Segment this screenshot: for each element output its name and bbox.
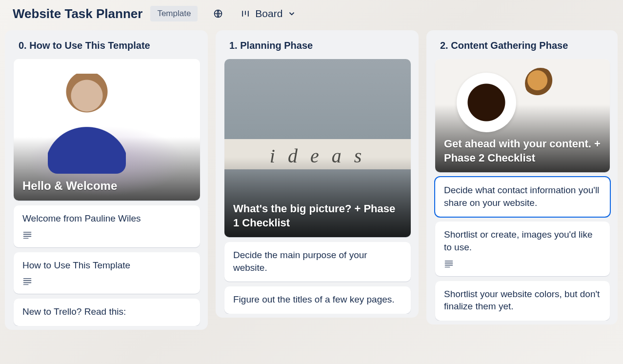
card-cover[interactable]: ideas What's the big picture? + Phase 1 … — [224, 59, 411, 237]
board-canvas[interactable]: 0. How to Use This Template Hello & Welc… — [0, 30, 623, 360]
card[interactable]: Welcome from Pauline Wiles — [14, 205, 200, 247]
card-cover-title: What's the big picture? + Phase 1 Checkl… — [233, 202, 402, 230]
card-cover-image: ideas What's the big picture? + Phase 1 … — [224, 59, 411, 237]
view-switcher[interactable]: Board — [237, 6, 300, 21]
cover-ideas-word: ideas — [224, 144, 411, 167]
card-cover-title: Get ahead with your content. + Phase 2 C… — [444, 137, 601, 165]
card[interactable]: Figure out the titles of a few key pages… — [224, 286, 411, 314]
board-header: Website Task Planner Template Board — [0, 0, 623, 30]
card-text: New to Trello? Read this: — [22, 305, 191, 318]
card-cover-title: Hello & Welcome — [22, 178, 191, 194]
list-cards[interactable]: Hello & Welcome Welcome from Pauline Wil… — [9, 59, 204, 326]
card-cover-image: Get ahead with your content. + Phase 2 C… — [435, 59, 610, 172]
card-cover[interactable]: Hello & Welcome — [14, 59, 200, 201]
description-icon — [22, 277, 33, 286]
list-title[interactable]: 2. Content Gathering Phase — [430, 37, 614, 59]
card-cover[interactable]: Get ahead with your content. + Phase 2 C… — [435, 59, 610, 172]
list: 2. Content Gathering Phase Get ahead wit… — [426, 30, 618, 324]
board-title[interactable]: Website Task Planner — [13, 6, 142, 21]
list-cards[interactable]: Get ahead with your content. + Phase 2 C… — [430, 59, 614, 321]
view-label: Board — [255, 8, 282, 20]
description-icon — [22, 231, 33, 240]
card-text: Decide the main purpose of your website. — [233, 249, 402, 274]
card-cover-image: Hello & Welcome — [14, 59, 200, 201]
card[interactable]: Decide what contact information you'll s… — [435, 177, 610, 217]
card[interactable]: New to Trello? Read this: — [14, 299, 200, 326]
list: 1. Planning Phase ideas What's the big p… — [216, 30, 419, 318]
list-title[interactable]: 0. How to Use This Template — [9, 37, 204, 59]
card-text: Decide what contact information you'll s… — [444, 184, 601, 209]
chevron-down-icon — [287, 9, 296, 18]
list: 0. How to Use This Template Hello & Welc… — [5, 30, 208, 330]
card-text: Shortlist your website colors, but don't… — [444, 288, 601, 313]
card[interactable]: Decide the main purpose of your website. — [224, 242, 411, 282]
board-view-icon — [241, 9, 250, 19]
globe-icon[interactable] — [210, 6, 226, 21]
card-text: Figure out the titles of a few key pages… — [233, 293, 402, 306]
card[interactable]: Shortlist your website colors, but don't… — [435, 281, 610, 321]
list-cards[interactable]: ideas What's the big picture? + Phase 1 … — [220, 59, 415, 314]
card-text: Shortlist or create, images you'd like t… — [444, 228, 601, 253]
card-text: Welcome from Pauline Wiles — [22, 212, 191, 225]
card-text: How to Use This Template — [22, 259, 191, 272]
template-badge[interactable]: Template — [150, 6, 198, 21]
list-title[interactable]: 1. Planning Phase — [220, 37, 415, 59]
description-icon — [444, 260, 455, 268]
card[interactable]: How to Use This Template — [14, 252, 200, 294]
card[interactable]: Shortlist or create, images you'd like t… — [435, 222, 610, 276]
